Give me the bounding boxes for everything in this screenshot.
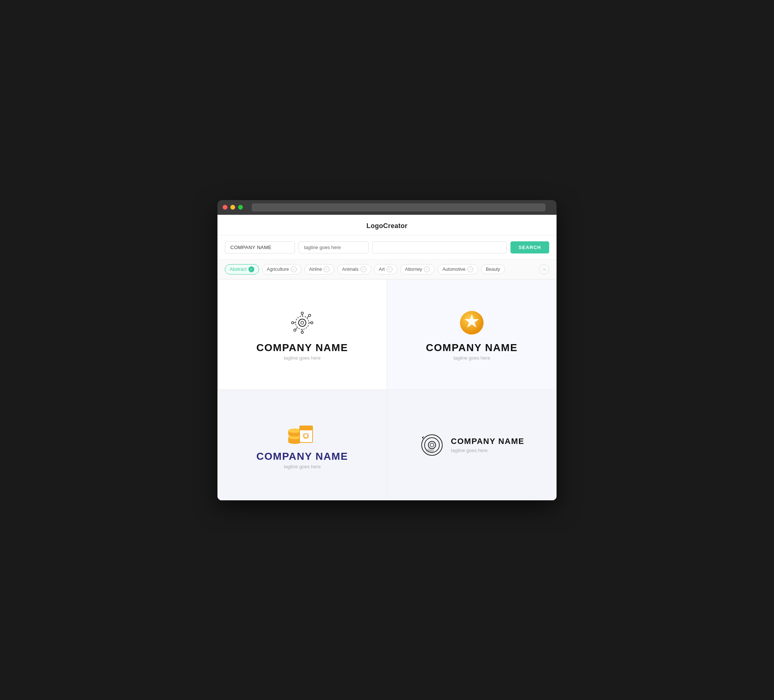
extra-search-input[interactable]	[372, 241, 507, 253]
check-icon-animals: ✓	[361, 266, 366, 272]
logo2-icon	[457, 308, 486, 337]
app-title: LogoCreator	[366, 222, 407, 229]
logo4-text-block: COMPANY NAME tagline goes here	[451, 437, 524, 453]
logo-card-2[interactable]: COMPANY NAME tagline goes here	[387, 279, 557, 390]
close-button[interactable]	[223, 205, 227, 210]
logo1-tagline-text: tagline goes here	[284, 355, 321, 361]
filter-chip-attorney[interactable]: Attorney ✓	[400, 264, 435, 274]
check-icon-agriculture: ✓	[291, 266, 297, 272]
check-icon-automotive: ✓	[467, 266, 473, 272]
svg-point-33	[422, 437, 423, 438]
logo2-tagline-text: tagline goes here	[453, 355, 490, 361]
svg-point-32	[430, 443, 434, 447]
search-bar: SEARCH	[217, 235, 557, 260]
filter-next-button[interactable]: →	[539, 264, 549, 274]
svg-point-0	[299, 319, 306, 327]
svg-line-12	[296, 327, 298, 329]
svg-point-31	[428, 441, 436, 449]
svg-point-36	[426, 448, 435, 451]
maximize-button[interactable]	[238, 205, 243, 210]
filter-label-beauty: Beauty	[486, 267, 500, 272]
logo3-icon	[286, 420, 319, 446]
logo-card-1[interactable]: COMPANY NAME tagline goes here	[217, 279, 387, 390]
company-name-input[interactable]	[225, 241, 295, 253]
tagline-input[interactable]	[299, 241, 369, 253]
filter-label-animals: Animals	[342, 267, 358, 272]
filter-chip-agriculture[interactable]: Agriculture ✓	[262, 264, 301, 274]
filter-bar: Abstract ✓ Agriculture ✓ Airline ✓ Anima…	[217, 260, 557, 279]
svg-point-13	[309, 314, 311, 317]
filter-label-agriculture: Agriculture	[267, 267, 289, 272]
logo2-company-text: COMPANY NAME	[426, 342, 518, 354]
app-header: LogoCreator	[217, 215, 557, 235]
check-icon-abstract: ✓	[248, 266, 254, 272]
svg-line-11	[307, 316, 309, 318]
url-bar[interactable]	[252, 203, 546, 211]
logo3-company-text: COMPANY NAME	[256, 451, 348, 462]
browser-window: LogoCreator SEARCH Abstract ✓ Agricultur…	[217, 200, 557, 500]
filter-chip-art[interactable]: Art ✓	[374, 264, 397, 274]
svg-rect-24	[299, 426, 313, 430]
filter-chip-automotive[interactable]: Automotive ✓	[438, 264, 478, 274]
filter-chip-animals[interactable]: Animals ✓	[337, 264, 371, 274]
logo-grid: COMPANY NAME tagline goes here	[217, 279, 557, 500]
logo-card-3[interactable]: COMPANY NAME tagline goes here	[217, 390, 387, 500]
filter-label-attorney: Attorney	[405, 267, 422, 272]
check-icon-attorney: ✓	[424, 266, 430, 272]
filter-label-automotive: Automotive	[442, 267, 465, 272]
logo3-tagline-text: tagline goes here	[284, 464, 321, 469]
logo1-icon	[288, 308, 317, 337]
svg-point-2	[296, 316, 309, 329]
svg-point-34	[423, 436, 424, 437]
filter-label-art: Art	[379, 267, 385, 272]
logo4-tagline-text: tagline goes here	[451, 447, 524, 453]
browser-titlebar	[217, 200, 557, 215]
svg-point-26	[304, 434, 308, 438]
filter-chip-abstract[interactable]: Abstract ✓	[225, 264, 259, 274]
check-icon-airline: ✓	[324, 266, 329, 272]
logo4-company-text: COMPANY NAME	[451, 437, 524, 446]
logo-card-4[interactable]: COMPANY NAME tagline goes here	[387, 390, 557, 500]
filter-chip-airline[interactable]: Airline ✓	[304, 264, 335, 274]
search-button[interactable]: SEARCH	[511, 241, 549, 253]
filter-chip-beauty[interactable]: Beauty	[481, 264, 505, 274]
svg-point-1	[301, 321, 304, 324]
filter-label-abstract: Abstract	[230, 267, 246, 272]
logo4-inline-layout: COMPANY NAME tagline goes here	[419, 432, 524, 458]
check-icon-art: ✓	[387, 266, 392, 272]
svg-point-14	[294, 329, 296, 331]
minimize-button[interactable]	[230, 205, 235, 210]
logo1-company-text: COMPANY NAME	[256, 342, 348, 354]
app-content: LogoCreator SEARCH Abstract ✓ Agricultur…	[217, 215, 557, 500]
logo4-icon	[419, 432, 445, 458]
filter-label-airline: Airline	[309, 267, 322, 272]
